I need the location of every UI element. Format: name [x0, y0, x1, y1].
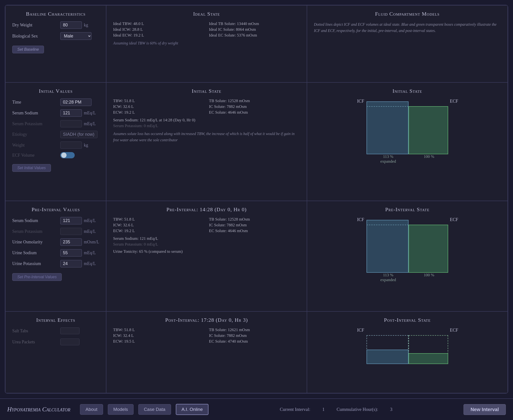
initial-ecw: ECW: 19.2 L — [113, 110, 204, 115]
weight-label: Weight — [12, 143, 60, 148]
interval-effects-section: Interval Effects Salt Tabs Urea Packets — [5, 311, 106, 393]
set-pre-interval-values-button[interactable]: Set Pre-Interval Values — [12, 273, 62, 281]
ideal-note: Assuming ideal TBW is 60% of dry weight — [113, 41, 300, 45]
urine-sodium-label: Urine Sodium — [12, 250, 60, 255]
ecf-toggle-container — [60, 152, 75, 158]
models-button[interactable]: Models — [108, 404, 134, 415]
serum-sodium-input[interactable] — [60, 109, 82, 117]
urine-osmolarity-input[interactable] — [60, 238, 82, 246]
ideal-icw: Ideal ICW: 28.8 L — [113, 27, 204, 32]
time-label: Time — [12, 100, 60, 105]
about-button[interactable]: About — [80, 404, 103, 415]
initial-ecf-solid — [409, 106, 448, 154]
urine-osmolarity-label: Urine Osmolarity — [12, 240, 60, 245]
serum-sodium-row: Serum Sodium mEq/L — [12, 109, 99, 117]
biological-sex-select[interactable]: Male Female — [60, 32, 91, 40]
pre-ecf-label: ECF — [407, 217, 501, 222]
biological-sex-label: Biological Sex — [12, 34, 60, 39]
set-baseline-button[interactable]: Set Baseline — [12, 46, 44, 53]
urine-sodium-input[interactable] — [60, 249, 82, 257]
set-initial-values-button[interactable]: Set Initial Values — [12, 164, 51, 172]
cumulative-hours-label: Cummulative Hour(s): — [337, 407, 378, 412]
pre-interval-state-title: Pre-Interval: 14:28 (Day 0, Hr 0) — [113, 206, 300, 213]
time-input[interactable] — [60, 98, 91, 106]
pre-interval-state-section: Pre-Interval: 14:28 (Day 0, Hr 0) TBW: 5… — [106, 201, 307, 311]
urea-packets-input[interactable] — [60, 338, 80, 345]
post-visual-boxes — [366, 335, 448, 364]
urine-potassium-label: Urine Potassium — [12, 261, 60, 266]
pre-serum-potassium: Serum Potassium: 0 mEq/L — [113, 242, 300, 247]
initial-state-section: Initial State TBW: 51.8 L TB Solute: 125… — [106, 82, 307, 201]
serum-sodium-label: Serum Sodium — [12, 111, 60, 116]
urine-potassium-row: Urine Potassium mEq/L — [12, 260, 99, 267]
etiology-row: Etiology — [12, 131, 99, 138]
cumulative-hours-value: 3 — [390, 407, 393, 412]
initial-state-visual-title: Initial State — [314, 88, 501, 94]
ideal-state-data: Ideal TBW: 48.0 L Ideal TB Solute: 13440… — [113, 21, 300, 38]
post-tbw: TBW: 51.8 L — [113, 328, 204, 332]
post-interval-state-visual-section: Post-Interval State ICF ECF — [307, 311, 508, 393]
dry-weight-row: Dry Weight kg — [12, 21, 99, 29]
ideal-ec-solute: Ideal EC Solute: 5376 mOsm — [209, 33, 300, 38]
pre-serum-sodium-input[interactable] — [60, 217, 82, 225]
pre-interval-values-section: Pre-Interval Values Serum Sodium mEq/L S… — [5, 201, 106, 311]
biological-sex-row: Biological Sex Male Female — [12, 32, 99, 40]
post-interval-state-title: Post-Interval: 17:28 (Day 0, Hr 3) — [113, 317, 300, 323]
dry-weight-label: Dry Weight — [12, 22, 60, 28]
weight-unit: kg — [84, 143, 88, 148]
initial-icw: ICW: 32.6 L — [113, 104, 204, 109]
pre-visual-boxes — [366, 225, 448, 273]
urea-packets-label: Urea Packets — [12, 339, 60, 345]
salt-tabs-input[interactable] — [60, 328, 80, 334]
salt-tabs-label: Salt Tabs — [12, 329, 60, 333]
post-icw: ICW: 32.4 L — [113, 333, 204, 338]
post-interval-state-visual: ICF ECF — [314, 328, 501, 364]
ideal-tb-solute: Ideal TB Solute: 13440 mOsm — [209, 21, 300, 26]
pre-interval-state-data: TBW: 51.8 L TB Solute: 12528 mOsm ICW: 3… — [113, 217, 300, 233]
interval-effects-title: Interval Effects — [12, 317, 99, 323]
post-ecf-label: ECF — [407, 328, 501, 333]
case-data-button[interactable]: Case Data — [138, 404, 171, 415]
post-interval-state-visual-title: Post-Interval State — [314, 317, 501, 323]
pre-ecf-pct: 100 % — [424, 273, 434, 282]
dry-weight-input[interactable] — [60, 21, 82, 29]
pre-serum-potassium-label: Serum Potassium — [12, 229, 60, 234]
urine-osmolarity-unit: mOsm/L — [84, 240, 99, 245]
post-ic-solute: IC Solute: 7882 mOsm — [209, 333, 300, 338]
initial-state-title: Initial State — [113, 88, 300, 94]
post-icf-ecf-labels: ICF ECF — [314, 328, 501, 333]
initial-pct-labels: 113 % expanded 100 % — [366, 154, 448, 164]
bottom-bar: Hyponatremia Calculator About Models Cas… — [0, 398, 513, 420]
fluid-compartment-section: Fluid Compartment Models Dotted lines de… — [307, 5, 508, 82]
ideal-tbw: Ideal TBW: 48.0 L — [113, 21, 204, 26]
pre-serum-sodium-row: Serum Sodium mEq/L — [12, 217, 99, 225]
baseline-title: Baseline Characteristics — [12, 11, 99, 17]
pre-serum-potassium-unit: mEq/L — [84, 229, 96, 234]
post-interval-state-data: TBW: 51.8 L TB Solute: 12621 mOsm ICW: 3… — [113, 328, 300, 344]
pre-icf-solid — [366, 220, 409, 273]
serum-potassium-label: Serum Potassium — [12, 121, 60, 126]
post-icf-solid — [366, 350, 409, 364]
post-ecf-solid — [409, 353, 448, 364]
initial-ecf-label: ECF — [407, 98, 501, 104]
app-title: Hyponatremia Calculator — [7, 406, 70, 413]
serum-potassium-unit: mEq/L — [84, 121, 96, 126]
pre-ic-solute: IC Solute: 7882 mOsm — [209, 223, 300, 227]
initial-state-data: TBW: 51.8 L TB Solute: 12528 mOsm ICW: 3… — [113, 98, 300, 115]
urea-packets-row: Urea Packets — [12, 338, 99, 345]
etiology-label: Etiology — [12, 132, 60, 137]
ecf-volume-row: ECF Volume — [12, 152, 99, 158]
ecf-volume-label: ECF Volume — [12, 153, 60, 158]
baseline-section: Baseline Characteristics Dry Weight kg B… — [5, 5, 106, 82]
initial-serum-sodium: Serum Sodium: 121 mEq/L at 14:28 (Day 0,… — [113, 118, 300, 122]
ai-online-button[interactable]: A.I. Online — [176, 404, 209, 415]
pre-ecw: ECW: 19.2 L — [113, 228, 204, 233]
urine-potassium-input[interactable] — [60, 260, 82, 267]
pre-pct-labels: 113 % expanded 100 % — [366, 273, 448, 282]
initial-state-visual: ICF ECF 113 % expanded 100 % — [314, 98, 501, 164]
initial-visual-boxes — [366, 106, 448, 154]
new-interval-button[interactable]: New Interval — [463, 404, 506, 415]
etiology-input[interactable] — [60, 131, 97, 138]
ecf-volume-toggle[interactable] — [60, 152, 75, 158]
initial-ec-solute: EC Solute: 4646 mOsm — [209, 110, 300, 115]
